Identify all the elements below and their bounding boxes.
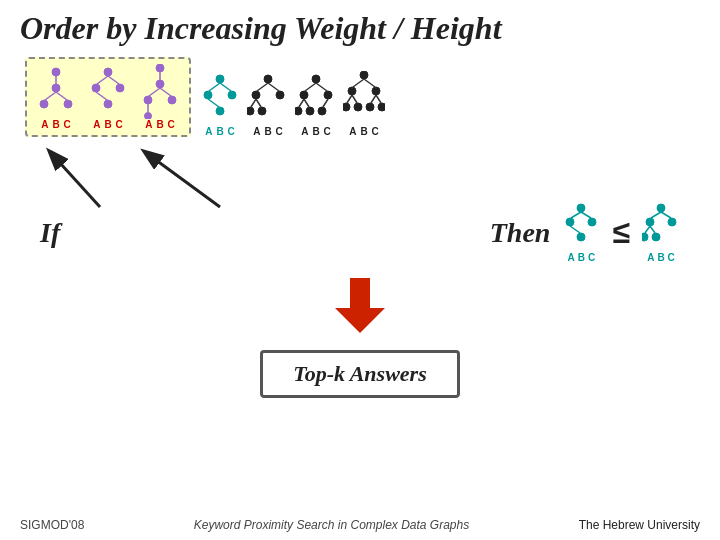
svg-point-68 xyxy=(588,218,596,226)
svg-point-67 xyxy=(566,218,574,226)
svg-line-60 xyxy=(352,95,357,103)
svg-line-79 xyxy=(661,212,671,218)
svg-point-25 xyxy=(228,91,236,99)
svg-line-29 xyxy=(208,99,219,107)
tree-6: ABC xyxy=(295,71,337,137)
svg-point-50 xyxy=(360,71,368,79)
svg-point-1 xyxy=(52,84,60,92)
svg-line-38 xyxy=(256,99,261,107)
svg-line-81 xyxy=(650,226,655,233)
svg-point-17 xyxy=(168,96,176,104)
svg-point-24 xyxy=(204,91,212,99)
tree-5-labels: ABC xyxy=(253,126,283,137)
svg-point-75 xyxy=(668,218,676,226)
svg-line-49 xyxy=(323,99,328,107)
tree-5: ABC xyxy=(247,71,289,137)
svg-point-8 xyxy=(92,84,100,92)
svg-point-33 xyxy=(247,107,254,115)
svg-line-47 xyxy=(299,99,304,107)
footer-right: The Hebrew University xyxy=(579,518,700,532)
svg-point-32 xyxy=(276,91,284,99)
svg-line-48 xyxy=(304,99,309,107)
svg-point-74 xyxy=(646,218,654,226)
svg-point-43 xyxy=(306,107,314,115)
svg-point-7 xyxy=(104,68,112,76)
footer-left: SIGMOD'08 xyxy=(20,518,84,532)
svg-line-78 xyxy=(651,212,661,218)
svg-line-36 xyxy=(268,83,279,91)
svg-line-20 xyxy=(149,88,160,96)
svg-point-34 xyxy=(258,107,266,115)
tree-1: ABC xyxy=(35,64,77,130)
if-label: If xyxy=(40,217,60,249)
tree-3: ABC xyxy=(139,64,181,130)
svg-line-61 xyxy=(371,95,376,103)
svg-point-10 xyxy=(104,100,112,108)
svg-point-16 xyxy=(144,96,152,104)
svg-point-0 xyxy=(52,68,60,76)
svg-point-66 xyxy=(577,204,585,212)
svg-point-51 xyxy=(348,87,356,95)
svg-line-70 xyxy=(571,212,581,218)
svg-line-57 xyxy=(353,79,364,87)
footer-center: Keyword Proximity Search in Complex Data… xyxy=(194,518,469,532)
svg-point-31 xyxy=(252,91,260,99)
svg-line-59 xyxy=(347,95,352,103)
svg-point-30 xyxy=(264,75,272,83)
leq-symbol: ≤ xyxy=(612,214,630,251)
tree-4: ABC xyxy=(199,71,241,137)
svg-line-64 xyxy=(50,152,100,207)
svg-line-46 xyxy=(316,83,327,91)
svg-line-71 xyxy=(581,212,591,218)
then-label: Then xyxy=(490,217,551,249)
svg-point-73 xyxy=(657,204,665,212)
tree-7: ABC xyxy=(343,71,385,137)
tree-6-labels: ABC xyxy=(301,126,331,137)
svg-point-23 xyxy=(216,75,224,83)
svg-marker-83 xyxy=(335,278,385,333)
svg-point-26 xyxy=(216,107,224,115)
svg-point-55 xyxy=(366,103,374,111)
svg-line-13 xyxy=(96,92,107,100)
svg-line-80 xyxy=(645,226,650,233)
svg-point-41 xyxy=(324,91,332,99)
svg-point-76 xyxy=(642,233,648,241)
svg-point-39 xyxy=(312,75,320,83)
svg-point-54 xyxy=(354,103,362,111)
svg-point-56 xyxy=(378,103,385,111)
slide-title: Order by Increasing Weight / Height xyxy=(20,10,700,47)
footer: SIGMOD'08 Keyword Proximity Search in Co… xyxy=(20,518,700,532)
svg-line-58 xyxy=(364,79,375,87)
svg-line-5 xyxy=(45,92,56,100)
svg-line-35 xyxy=(257,83,268,91)
svg-line-11 xyxy=(97,76,108,84)
svg-point-42 xyxy=(295,107,302,115)
svg-point-69 xyxy=(577,233,585,241)
svg-point-53 xyxy=(343,103,350,111)
svg-line-6 xyxy=(56,92,67,100)
svg-point-40 xyxy=(300,91,308,99)
topk-box: Top-k Answers xyxy=(260,350,459,398)
svg-line-28 xyxy=(220,83,231,91)
svg-point-15 xyxy=(156,80,164,88)
tree-4-labels: ABC xyxy=(205,126,235,137)
svg-point-2 xyxy=(40,100,48,108)
svg-line-37 xyxy=(251,99,256,107)
svg-line-65 xyxy=(145,152,220,207)
svg-point-77 xyxy=(652,233,660,241)
tree-3-labels: ABC xyxy=(145,119,175,130)
svg-point-9 xyxy=(116,84,124,92)
svg-line-62 xyxy=(376,95,381,103)
tree-2-labels: ABC xyxy=(93,119,123,130)
then-tree-2: ABC xyxy=(642,202,680,263)
svg-line-27 xyxy=(209,83,220,91)
svg-line-12 xyxy=(108,76,119,84)
svg-point-44 xyxy=(318,107,326,115)
svg-line-21 xyxy=(160,88,171,96)
svg-point-52 xyxy=(372,87,380,95)
then-tree-1: ABC xyxy=(562,202,600,263)
tree-7-labels: ABC xyxy=(349,126,379,137)
svg-line-72 xyxy=(570,226,580,233)
svg-point-3 xyxy=(64,100,72,108)
tree-2: ABC xyxy=(87,64,129,130)
